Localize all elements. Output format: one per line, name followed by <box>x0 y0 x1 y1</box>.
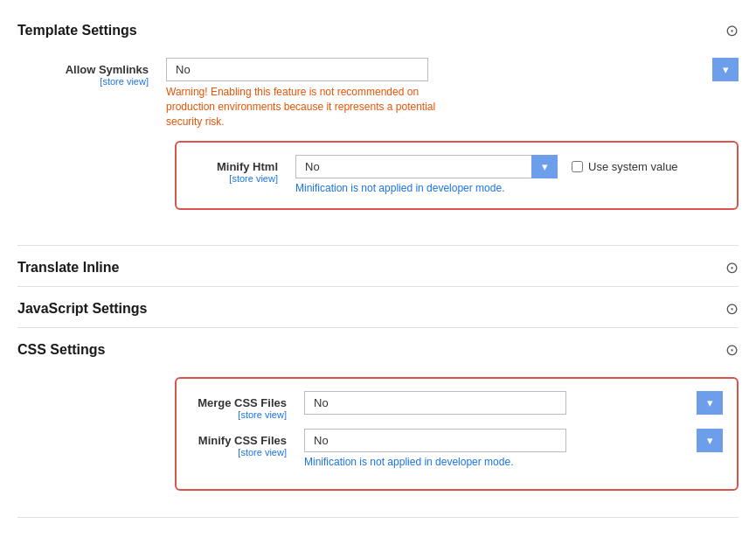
section-toggle-translate-inline[interactable]: ⊙ <box>725 258 739 277</box>
field-control-col-css: Merge CSS Files [store view] No Yes <box>166 377 739 491</box>
field-scope-merge-css: [store view] <box>191 409 287 420</box>
select-wrapper-minify-html[interactable]: No Yes <box>295 155 558 178</box>
field-label-col-allow-symlinks: Allow Symlinks [store view] <box>17 58 166 87</box>
section-template-settings: Template Settings ⊙ Allow Symlinks [stor… <box>17 9 739 246</box>
select-wrapper-allow-symlinks[interactable]: No Yes <box>166 58 739 81</box>
field-scope-minify-css: [store view] <box>191 447 287 458</box>
field-label-merge-css: Merge CSS Files <box>191 396 287 409</box>
select-arrow-merge-css <box>697 391 723 415</box>
field-label-col-minify-html <box>17 141 166 146</box>
select-merge-css[interactable]: No Yes <box>304 391 566 415</box>
checkbox-system-value-minify-html[interactable] <box>572 161 583 172</box>
field-label-col-minify-css: Minify CSS Files [store view] <box>191 429 304 458</box>
field-note-allow-symlinks: Warning! Enabling this feature is not re… <box>166 85 463 129</box>
field-row-merge-css: Merge CSS Files [store view] No Yes <box>191 391 723 420</box>
section-title-javascript-settings: JavaScript Settings <box>17 301 148 317</box>
field-control-col-minify-css-inner: No Yes Minification is not applied in de… <box>304 429 723 468</box>
field-label-minify-html: Minify Html <box>191 160 278 173</box>
field-control-col-allow-symlinks: No Yes Warning! Enabling this feature is… <box>166 58 739 129</box>
select-arrow-minify-css <box>697 429 723 452</box>
section-title-template-settings: Template Settings <box>17 23 137 38</box>
field-inline-minify-html: No Yes Use system value <box>295 155 723 178</box>
field-row-css-highlighted: Merge CSS Files [store view] No Yes <box>17 377 739 491</box>
section-title-css-settings: CSS Settings <box>17 342 105 358</box>
field-note-minify-css: Minification is not applied in developer… <box>304 456 723 468</box>
highlight-box-css: Merge CSS Files [store view] No Yes <box>175 377 739 491</box>
field-row-minify-css: Minify CSS Files [store view] No Yes <box>191 429 723 468</box>
section-header-template-settings[interactable]: Template Settings ⊙ <box>17 9 739 49</box>
field-label-minify-css: Minify CSS Files <box>191 434 287 447</box>
section-title-translate-inline: Translate Inline <box>17 260 119 276</box>
field-scope-minify-html: [store view] <box>191 173 278 184</box>
field-control-col-merge-css-inner: No Yes <box>304 391 723 415</box>
section-header-css-settings[interactable]: CSS Settings ⊙ <box>17 328 739 368</box>
select-allow-symlinks[interactable]: No Yes <box>166 58 428 81</box>
field-control-col-minify-html-inner: No Yes Use system value <box>295 155 723 194</box>
highlight-box-minify-html: Minify Html [store view] No Yes <box>175 141 739 210</box>
section-toggle-template-settings[interactable]: ⊙ <box>725 21 739 40</box>
section-translate-inline: Translate Inline ⊙ <box>17 246 739 287</box>
field-row-minify-html-inner: Minify Html [store view] No Yes <box>191 155 723 194</box>
select-minify-html[interactable]: No Yes <box>295 155 558 178</box>
field-label-allow-symlinks: Allow Symlinks <box>17 63 149 76</box>
section-javascript-settings: JavaScript Settings ⊙ <box>17 287 739 328</box>
section-body-css-settings: Merge CSS Files [store view] No Yes <box>17 368 739 517</box>
select-wrapper-merge-css[interactable]: No Yes <box>304 391 723 415</box>
select-wrapper-minify-css[interactable]: No Yes <box>304 429 723 452</box>
select-minify-css[interactable]: No Yes <box>304 429 566 452</box>
section-toggle-css-settings[interactable]: ⊙ <box>725 340 739 360</box>
section-header-translate-inline[interactable]: Translate Inline ⊙ <box>17 246 739 286</box>
field-note-minify-html: Minification is not applied in developer… <box>295 182 723 194</box>
field-row-minify-html: Minify Html [store view] No Yes <box>17 141 739 219</box>
checkbox-label-text: Use system value <box>588 160 678 173</box>
section-css-settings: CSS Settings ⊙ Merge CSS Files [store vi… <box>17 328 739 518</box>
field-control-col-minify-html: Minify Html [store view] No Yes <box>166 141 739 219</box>
select-arrow-allow-symlinks <box>712 58 739 81</box>
section-header-javascript-settings[interactable]: JavaScript Settings ⊙ <box>17 287 739 327</box>
field-label-col-merge-css: Merge CSS Files [store view] <box>191 391 304 420</box>
field-row-allow-symlinks: Allow Symlinks [store view] No Yes Warni… <box>17 58 739 129</box>
section-toggle-javascript-settings[interactable]: ⊙ <box>725 299 739 318</box>
checkbox-label-system-value[interactable]: Use system value <box>572 160 678 173</box>
field-label-col-minify-html-inner: Minify Html [store view] <box>191 155 295 184</box>
field-scope-allow-symlinks: [store view] <box>17 76 149 87</box>
section-body-template-settings: Allow Symlinks [store view] No Yes Warni… <box>17 49 739 245</box>
field-label-col-css-spacer <box>17 377 166 382</box>
page-container: Template Settings ⊙ Allow Symlinks [stor… <box>0 0 756 538</box>
